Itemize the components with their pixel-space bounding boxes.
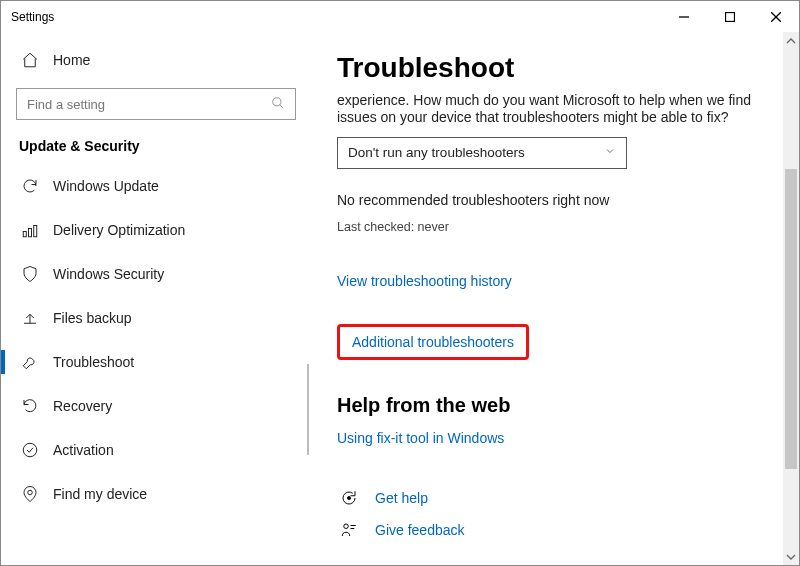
svg-point-11 [348,496,351,499]
select-value: Don't run any troubleshooters [348,145,525,160]
close-button[interactable] [753,1,799,32]
search-placeholder: Find a setting [27,97,105,112]
sidebar: Home Find a setting Update & Security Wi… [1,32,309,565]
link-additional-troubleshooters[interactable]: Additional troubleshooters [352,334,514,350]
svg-line-5 [280,104,284,108]
sidebar-item-label: Windows Security [53,266,164,282]
sidebar-item-label: Files backup [53,310,132,326]
settings-window: Settings Home Find a setting [0,0,800,566]
svg-point-12 [344,524,349,529]
svg-point-4 [273,97,281,105]
wrench-icon [19,353,41,371]
sidebar-item-label: Recovery [53,398,112,414]
sidebar-item-label: Windows Update [53,178,159,194]
sidebar-item-label: Activation [53,442,114,458]
check-circle-icon [19,441,41,459]
sidebar-item-label: Find my device [53,486,147,502]
sidebar-item-label: Troubleshoot [53,354,134,370]
svg-rect-6 [23,232,26,237]
svg-rect-1 [726,12,735,21]
svg-rect-8 [34,226,37,237]
page-title: Troubleshoot [337,52,767,84]
sidebar-section-label: Update & Security [1,130,309,164]
no-recommended-text: No recommended troubleshooters right now [337,191,767,210]
nav-home-label: Home [53,52,90,68]
body-text: issues on your device that troubleshoote… [337,108,767,127]
svg-point-10 [28,490,33,495]
home-icon [19,51,41,69]
troubleshoot-preference-select[interactable]: Don't run any troubleshooters [337,137,627,169]
shield-icon [19,265,41,283]
nav-home[interactable]: Home [1,38,309,82]
chat-icon [337,489,361,507]
content-area: Troubleshoot experience. How much do you… [309,32,799,565]
link-fixit-tool[interactable]: Using fix-it tool in Windows [337,430,504,446]
highlight-additional-troubleshooters: Additional troubleshooters [337,324,529,360]
optimization-icon [19,221,41,239]
sync-icon [19,177,41,195]
sidebar-item-label: Delivery Optimization [53,222,185,238]
scroll-thumb[interactable] [785,169,797,469]
feedback-icon [337,521,361,539]
sidebar-item-find-my-device[interactable]: Find my device [1,472,309,516]
content-scrollbar[interactable] [783,32,799,565]
titlebar: Settings [1,1,799,32]
svg-point-9 [23,443,37,457]
maximize-button[interactable] [707,1,753,32]
body-text-truncated: experience. How much do you want Microso… [337,92,767,108]
sidebar-item-troubleshoot[interactable]: Troubleshoot [1,340,309,384]
scroll-down-arrow[interactable] [783,548,799,565]
chevron-down-icon [604,145,616,160]
location-icon [19,485,41,503]
search-icon [271,96,285,113]
app-title: Settings [11,10,54,24]
sidebar-item-windows-security[interactable]: Windows Security [1,252,309,296]
sidebar-item-recovery[interactable]: Recovery [1,384,309,428]
search-input[interactable]: Find a setting [16,88,296,120]
link-view-history[interactable]: View troubleshooting history [337,273,512,289]
sidebar-item-files-backup[interactable]: Files backup [1,296,309,340]
scroll-up-arrow[interactable] [783,32,799,49]
last-checked-text: Last checked: never [337,220,767,234]
backup-icon [19,309,41,327]
sidebar-item-delivery-optimization[interactable]: Delivery Optimization [1,208,309,252]
help-section-heading: Help from the web [337,394,767,417]
sidebar-item-windows-update[interactable]: Windows Update [1,164,309,208]
minimize-button[interactable] [661,1,707,32]
window-body: Home Find a setting Update & Security Wi… [1,32,799,565]
link-give-feedback[interactable]: Give feedback [375,522,465,538]
recovery-icon [19,397,41,415]
svg-rect-7 [29,229,32,237]
sidebar-item-activation[interactable]: Activation [1,428,309,472]
link-get-help[interactable]: Get help [375,490,428,506]
